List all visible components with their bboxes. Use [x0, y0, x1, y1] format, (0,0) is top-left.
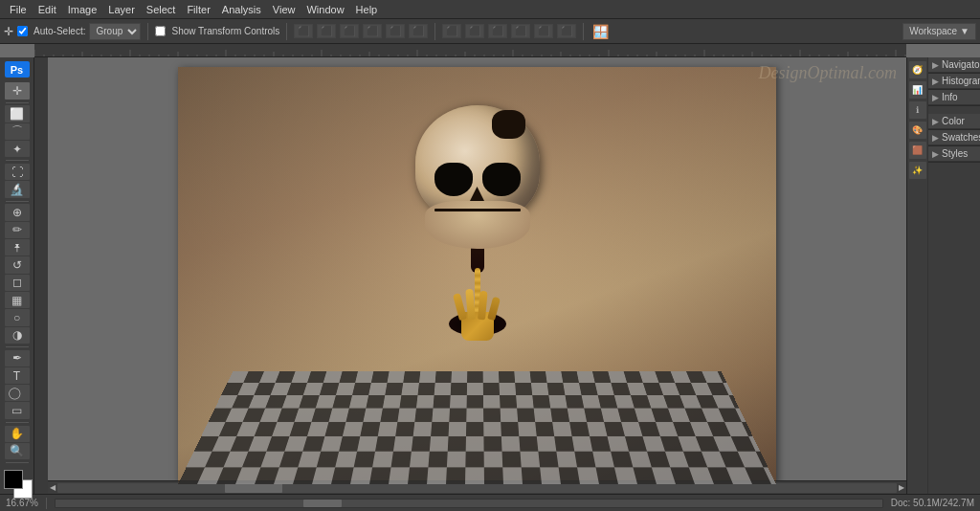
canvas-area: DesignOptimal.com — [34, 57, 906, 494]
menu-item-help[interactable]: Help — [350, 0, 384, 18]
panel-icon-column: 🧭 📊 ℹ 🎨 🟫 ✨ — [907, 57, 928, 494]
eraser-tool[interactable]: ◻ — [5, 275, 30, 291]
navigator-header[interactable]: ▶ Navigator — [928, 57, 980, 73]
artwork-canvas — [178, 67, 776, 484]
styles-icon: ▶ — [932, 149, 939, 159]
pen-tool[interactable]: ✒ — [5, 350, 30, 367]
horizontal-ruler: // ruler ticks drawn inline — [34, 44, 906, 57]
menu-item-window[interactable]: Window — [301, 0, 349, 18]
scroll-left-arrow[interactable]: ◀ — [50, 483, 56, 492]
scroll-right-arrow[interactable]: ▶ — [899, 483, 904, 492]
info-header[interactable]: ▶ Info — [928, 90, 980, 105]
eyedropper-tool[interactable]: 🔬 — [5, 181, 30, 197]
menu-item-view[interactable]: View — [267, 0, 301, 18]
styles-label: Styles — [942, 148, 980, 159]
menu-item-file[interactable]: File — [4, 0, 33, 18]
dodge-tool[interactable]: ◑ — [5, 327, 30, 344]
distribute-right-icon[interactable]: ⬛ — [488, 24, 507, 38]
hand-tool[interactable]: ✋ — [5, 426, 30, 442]
clone-tool[interactable]: 🖈 — [5, 239, 30, 256]
distribute-center-h-icon[interactable]: ⬛ — [465, 24, 484, 38]
panel-collapse-color[interactable]: 🎨 — [909, 122, 926, 139]
svg-rect-93 — [34, 57, 48, 494]
panel-collapse-navigator[interactable]: 🧭 — [909, 61, 926, 78]
wand-tool[interactable]: ✦ — [5, 141, 30, 157]
histogram-label: Histogram — [942, 76, 980, 86]
path-tool[interactable]: ⃝ — [5, 385, 30, 401]
styles-header[interactable]: ▶ Styles — [928, 146, 980, 162]
canvas-container: DesignOptimal.com — [48, 57, 906, 494]
align-center-v-icon[interactable]: ⬛ — [386, 24, 405, 38]
lasso-tool[interactable]: ⌒ — [5, 123, 30, 140]
histogram-panel: ▶ Histogram — [928, 74, 980, 90]
marquee-tool[interactable]: ⬜ — [5, 105, 30, 122]
menu-item-edit[interactable]: Edit — [33, 0, 62, 18]
tool-separator-2 — [6, 160, 29, 161]
zoom-tool[interactable]: 🔍 — [5, 443, 30, 459]
ps-logo: Ps — [5, 61, 30, 78]
align-center-h-icon[interactable]: ⬛ — [317, 24, 336, 38]
floor — [178, 371, 776, 484]
main-layout: Ps ✛ ⬜ ⌒ ✦ ⛶ 🔬 ⊕ ✏ 🖈 ↺ ◻ ▦ ○ ◑ ✒ T ⃝ ▭ ✋… — [0, 57, 980, 494]
info-label: Info — [942, 92, 980, 102]
type-tool[interactable]: T — [5, 367, 30, 384]
menu-item-filter[interactable]: Filter — [181, 0, 215, 18]
autoselect-checkbox[interactable] — [17, 26, 28, 36]
blur-tool[interactable]: ○ — [5, 309, 30, 325]
separator-2 — [286, 23, 287, 40]
distribute-bottom-icon[interactable]: ⬛ — [557, 24, 576, 38]
tool-separator-6 — [6, 462, 29, 463]
distribute-left-icon[interactable]: ⬛ — [442, 24, 461, 38]
crop-tool[interactable]: ⛶ — [5, 164, 30, 180]
panel-collapse-swatches[interactable]: 🟫 — [909, 142, 926, 159]
vertical-ruler — [34, 57, 48, 494]
color-selector[interactable] — [2, 470, 33, 494]
separator-1 — [147, 23, 148, 40]
histogram-icon: ▶ — [932, 77, 939, 86]
panel-collapse-info[interactable]: ℹ — [909, 101, 926, 119]
menu-item-layer[interactable]: Layer — [102, 0, 141, 18]
watermark: DesignOptimal.com — [759, 63, 897, 83]
transform-label: Show Transform Controls — [171, 26, 279, 36]
scroll-track-h-status[interactable] — [55, 499, 883, 508]
distribute-center-v-icon[interactable]: ⬛ — [534, 24, 553, 38]
skull-jaw — [425, 201, 530, 249]
foreground-color[interactable] — [4, 470, 23, 489]
panel-collapse-histogram[interactable]: 📊 — [909, 81, 926, 99]
menu-item-image[interactable]: Image — [62, 0, 103, 18]
workspace-button[interactable]: Workspace ▼ — [902, 23, 976, 40]
svg-rect-0 — [34, 44, 906, 57]
scroll-thumb-h[interactable] — [225, 483, 282, 493]
tool-separator-4 — [6, 346, 29, 347]
menu-item-select[interactable]: Select — [141, 0, 182, 18]
history-brush-tool[interactable]: ↺ — [5, 256, 30, 273]
scroll-thumb-h-status[interactable] — [303, 500, 342, 507]
brush-tool[interactable]: ✏ — [5, 222, 30, 238]
shape-tool[interactable]: ▭ — [5, 402, 30, 418]
skull — [411, 105, 545, 258]
histogram-header[interactable]: ▶ Histogram — [928, 74, 980, 89]
gradient-tool[interactable]: ▦ — [5, 292, 30, 308]
distribute-top-icon[interactable]: ⬛ — [511, 24, 530, 38]
menu-item-analysis[interactable]: Analysis — [216, 0, 267, 18]
align-left-icon[interactable]: ⬛ — [294, 24, 313, 38]
scroll-track-h[interactable] — [57, 483, 897, 493]
align-top-icon[interactable]: ⬛ — [363, 24, 382, 38]
align-bottom-icon[interactable]: ⬛ — [409, 24, 428, 38]
separator-3 — [434, 23, 435, 40]
tool-separator-3 — [6, 201, 29, 202]
transform-checkbox[interactable] — [155, 26, 166, 36]
styles-panel: ▶ Styles — [928, 146, 980, 163]
swatches-header[interactable]: ▶ Swatches — [928, 130, 980, 145]
move-tool-icon: ✛ — [4, 25, 13, 38]
arrange-icon[interactable]: 🪟 — [590, 24, 611, 39]
panel-collapse-styles[interactable]: ✨ — [909, 162, 926, 179]
tool-separator-5 — [6, 422, 29, 423]
move-tool[interactable]: ✛ — [5, 82, 30, 99]
color-header[interactable]: ▶ Color — [928, 114, 980, 129]
align-right-icon[interactable]: ⬛ — [340, 24, 359, 38]
autoselect-dropdown[interactable]: Group Layer — [89, 23, 141, 40]
navigator-label: Navigator — [942, 59, 980, 70]
panel-content: ▶ Navigator ▶ Histogram ▶ Info — [928, 57, 980, 494]
healing-tool[interactable]: ⊕ — [5, 204, 30, 220]
